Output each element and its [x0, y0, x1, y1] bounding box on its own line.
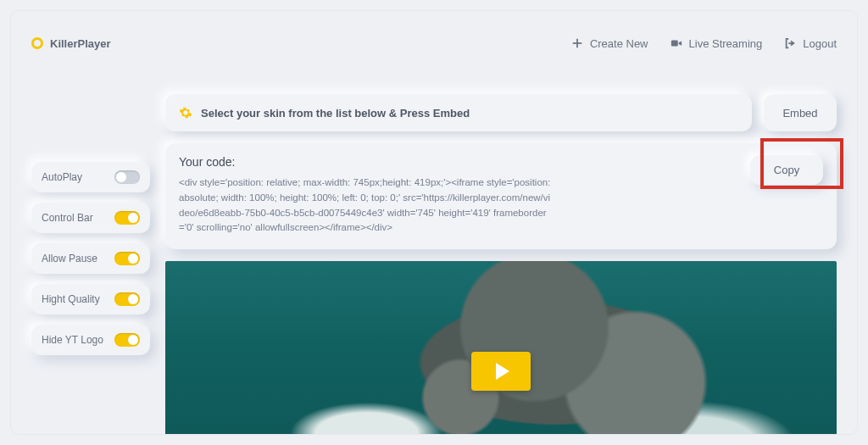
copy-button[interactable]: Copy	[750, 155, 823, 185]
option-hideytlogo: Hide YT Logo	[31, 325, 150, 355]
code-section: Your code: <div style='position: relativ…	[165, 143, 837, 249]
options-sidebar: AutoPlay Control Bar Allow Pause Hight Q…	[31, 162, 150, 355]
video-camera-icon	[670, 37, 682, 49]
top-nav: Create New Live Streaming Logout	[571, 37, 837, 50]
nav-live-streaming[interactable]: Live Streaming	[670, 37, 763, 50]
video-preview[interactable]	[165, 261, 837, 435]
toggle-autoplay[interactable]	[114, 170, 140, 184]
plus-icon	[571, 37, 583, 49]
topbar: KillerPlayer Create New Live Streaming	[31, 28, 837, 58]
option-autoplay: AutoPlay	[31, 162, 150, 192]
code-title: Your code:	[179, 155, 667, 169]
embed-button[interactable]: Embed	[764, 94, 837, 131]
option-allowpause-label: Allow Pause	[42, 253, 97, 264]
toggle-highquality[interactable]	[114, 292, 140, 306]
logout-icon	[784, 37, 796, 49]
option-highquality-label: Hight Quality	[42, 293, 100, 305]
option-controlbar: Control Bar	[31, 203, 150, 233]
option-highquality: Hight Quality	[31, 284, 150, 314]
option-autoplay-label: AutoPlay	[42, 171, 82, 183]
brand-logo-icon	[31, 37, 43, 49]
nav-logout-label: Logout	[803, 37, 837, 50]
option-controlbar-label: Control Bar	[42, 212, 93, 224]
play-button[interactable]	[471, 352, 531, 391]
play-icon	[496, 363, 509, 380]
toggle-controlbar[interactable]	[114, 211, 140, 225]
toggle-hideytlogo[interactable]	[114, 333, 140, 347]
svg-rect-1	[573, 42, 582, 44]
gear-icon	[179, 106, 192, 120]
nav-create-new[interactable]: Create New	[571, 37, 648, 50]
nav-create-label: Create New	[590, 37, 648, 50]
brand: KillerPlayer	[31, 37, 111, 50]
svg-rect-2	[670, 41, 677, 47]
nav-live-label: Live Streaming	[689, 37, 763, 50]
brand-name: KillerPlayer	[50, 37, 111, 50]
code-body[interactable]: <div style='position: relative; max-widt…	[179, 175, 552, 236]
option-hideytlogo-label: Hide YT Logo	[42, 334, 103, 346]
nav-logout[interactable]: Logout	[784, 37, 837, 50]
main-column: Select your skin from the list below & P…	[165, 94, 837, 435]
instruction-text: Select your skin from the list below & P…	[201, 107, 470, 120]
option-allowpause: Allow Pause	[31, 243, 150, 274]
instruction-bar: Select your skin from the list below & P…	[165, 94, 752, 131]
toggle-allowpause[interactable]	[114, 252, 140, 265]
instruction-strip: Select your skin from the list below & P…	[165, 94, 837, 131]
